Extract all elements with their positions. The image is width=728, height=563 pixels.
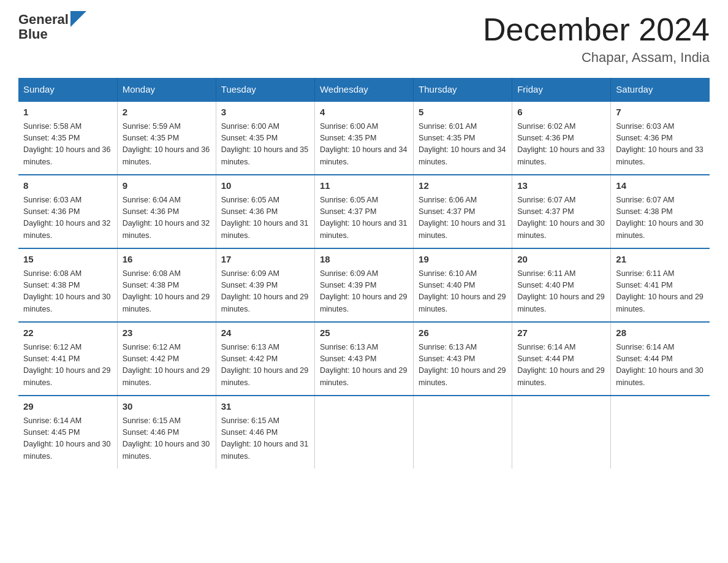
weekday-header-sunday: Sunday bbox=[18, 78, 117, 101]
day-info: Sunrise: 6:05 AMSunset: 4:36 PMDaylight:… bbox=[221, 194, 309, 242]
day-number: 14 bbox=[616, 179, 705, 193]
day-number: 25 bbox=[320, 326, 408, 340]
weekday-header-wednesday: Wednesday bbox=[314, 78, 413, 101]
day-number: 6 bbox=[517, 105, 605, 120]
day-info: Sunrise: 6:11 AMSunset: 4:40 PMDaylight:… bbox=[517, 268, 605, 316]
day-info: Sunrise: 6:09 AMSunset: 4:39 PMDaylight:… bbox=[221, 268, 309, 316]
weekday-header-saturday: Saturday bbox=[611, 78, 710, 101]
day-number: 21 bbox=[616, 253, 705, 267]
calendar-cell: 2Sunrise: 5:59 AMSunset: 4:35 PMDaylight… bbox=[117, 101, 216, 175]
day-number: 20 bbox=[517, 253, 605, 267]
day-info: Sunrise: 6:08 AMSunset: 4:38 PMDaylight:… bbox=[23, 268, 112, 316]
day-number: 15 bbox=[23, 253, 112, 267]
weekday-header-thursday: Thursday bbox=[414, 78, 512, 101]
calendar-cell: 1Sunrise: 5:58 AMSunset: 4:35 PMDaylight… bbox=[18, 101, 117, 175]
calendar-cell: 24Sunrise: 6:13 AMSunset: 4:42 PMDayligh… bbox=[216, 322, 314, 396]
location-title: Chapar, Assam, India bbox=[483, 50, 710, 66]
calendar-cell: 18Sunrise: 6:09 AMSunset: 4:39 PMDayligh… bbox=[314, 248, 413, 322]
day-number: 16 bbox=[123, 253, 211, 267]
calendar-cell: 16Sunrise: 6:08 AMSunset: 4:38 PMDayligh… bbox=[117, 248, 216, 322]
day-info: Sunrise: 6:11 AMSunset: 4:41 PMDaylight:… bbox=[616, 268, 705, 316]
calendar-cell: 21Sunrise: 6:11 AMSunset: 4:41 PMDayligh… bbox=[611, 248, 710, 322]
calendar-cell: 3Sunrise: 6:00 AMSunset: 4:35 PMDaylight… bbox=[216, 101, 314, 175]
day-info: Sunrise: 6:13 AMSunset: 4:42 PMDaylight:… bbox=[221, 342, 309, 389]
day-number: 2 bbox=[123, 105, 211, 120]
calendar-week-row: 1Sunrise: 5:58 AMSunset: 4:35 PMDaylight… bbox=[18, 101, 710, 175]
calendar-cell: 19Sunrise: 6:10 AMSunset: 4:40 PMDayligh… bbox=[414, 248, 512, 322]
calendar-cell: 9Sunrise: 6:04 AMSunset: 4:36 PMDaylight… bbox=[117, 175, 216, 248]
calendar-cell: 4Sunrise: 6:00 AMSunset: 4:35 PMDaylight… bbox=[314, 101, 413, 175]
day-info: Sunrise: 6:09 AMSunset: 4:39 PMDaylight:… bbox=[320, 268, 408, 316]
day-info: Sunrise: 6:07 AMSunset: 4:37 PMDaylight:… bbox=[517, 194, 605, 242]
day-number: 19 bbox=[419, 253, 507, 267]
day-number: 17 bbox=[221, 253, 309, 267]
calendar-cell: 7Sunrise: 6:03 AMSunset: 4:36 PMDaylight… bbox=[611, 101, 710, 175]
calendar-cell bbox=[414, 396, 512, 469]
calendar-cell: 26Sunrise: 6:13 AMSunset: 4:43 PMDayligh… bbox=[414, 322, 512, 396]
day-number: 13 bbox=[517, 179, 605, 193]
calendar-cell: 11Sunrise: 6:05 AMSunset: 4:37 PMDayligh… bbox=[314, 175, 413, 248]
day-info: Sunrise: 6:06 AMSunset: 4:37 PMDaylight:… bbox=[419, 194, 507, 242]
day-number: 8 bbox=[23, 179, 112, 193]
day-info: Sunrise: 6:04 AMSunset: 4:36 PMDaylight:… bbox=[123, 194, 211, 242]
day-info: Sunrise: 6:00 AMSunset: 4:35 PMDaylight:… bbox=[320, 121, 408, 169]
day-number: 28 bbox=[616, 326, 705, 340]
day-number: 31 bbox=[221, 400, 309, 414]
calendar-cell: 8Sunrise: 6:03 AMSunset: 4:36 PMDaylight… bbox=[18, 175, 117, 248]
day-info: Sunrise: 6:14 AMSunset: 4:45 PMDaylight:… bbox=[23, 415, 112, 463]
day-info: Sunrise: 6:02 AMSunset: 4:36 PMDaylight:… bbox=[517, 121, 605, 169]
logo-icon bbox=[70, 11, 86, 27]
page-header: General Blue December 2024 Chapar, Assam… bbox=[18, 12, 710, 66]
day-number: 29 bbox=[23, 400, 112, 414]
calendar-week-row: 8Sunrise: 6:03 AMSunset: 4:36 PMDaylight… bbox=[18, 175, 710, 248]
logo: General Blue bbox=[18, 12, 86, 42]
day-info: Sunrise: 6:07 AMSunset: 4:38 PMDaylight:… bbox=[616, 194, 705, 242]
day-info: Sunrise: 6:12 AMSunset: 4:42 PMDaylight:… bbox=[123, 342, 211, 389]
weekday-header-row: SundayMondayTuesdayWednesdayThursdayFrid… bbox=[18, 78, 710, 101]
calendar-week-row: 29Sunrise: 6:14 AMSunset: 4:45 PMDayligh… bbox=[18, 396, 710, 469]
title-block: December 2024 Chapar, Assam, India bbox=[483, 12, 710, 66]
calendar-cell bbox=[611, 396, 710, 469]
calendar-cell: 28Sunrise: 6:14 AMSunset: 4:44 PMDayligh… bbox=[611, 322, 710, 396]
day-number: 3 bbox=[221, 105, 309, 120]
logo-general: General bbox=[18, 12, 69, 27]
calendar-cell bbox=[512, 396, 611, 469]
month-title: December 2024 bbox=[483, 12, 710, 47]
calendar-cell: 20Sunrise: 6:11 AMSunset: 4:40 PMDayligh… bbox=[512, 248, 611, 322]
calendar-cell: 5Sunrise: 6:01 AMSunset: 4:35 PMDaylight… bbox=[414, 101, 512, 175]
calendar-cell: 25Sunrise: 6:13 AMSunset: 4:43 PMDayligh… bbox=[314, 322, 413, 396]
calendar-cell: 23Sunrise: 6:12 AMSunset: 4:42 PMDayligh… bbox=[117, 322, 216, 396]
day-number: 1 bbox=[23, 105, 112, 120]
calendar-cell: 30Sunrise: 6:15 AMSunset: 4:46 PMDayligh… bbox=[117, 396, 216, 469]
day-number: 23 bbox=[123, 326, 211, 340]
calendar-week-row: 15Sunrise: 6:08 AMSunset: 4:38 PMDayligh… bbox=[18, 248, 710, 322]
day-number: 30 bbox=[123, 400, 211, 414]
day-number: 27 bbox=[517, 326, 605, 340]
day-number: 24 bbox=[221, 326, 309, 340]
calendar-cell bbox=[314, 396, 413, 469]
day-info: Sunrise: 6:05 AMSunset: 4:37 PMDaylight:… bbox=[320, 194, 408, 242]
day-info: Sunrise: 5:58 AMSunset: 4:35 PMDaylight:… bbox=[23, 121, 112, 169]
weekday-header-friday: Friday bbox=[512, 78, 611, 101]
calendar-week-row: 22Sunrise: 6:12 AMSunset: 4:41 PMDayligh… bbox=[18, 322, 710, 396]
calendar-cell: 12Sunrise: 6:06 AMSunset: 4:37 PMDayligh… bbox=[414, 175, 512, 248]
calendar-cell: 17Sunrise: 6:09 AMSunset: 4:39 PMDayligh… bbox=[216, 248, 314, 322]
day-number: 4 bbox=[320, 105, 408, 120]
calendar-cell: 29Sunrise: 6:14 AMSunset: 4:45 PMDayligh… bbox=[18, 396, 117, 469]
calendar-cell: 6Sunrise: 6:02 AMSunset: 4:36 PMDaylight… bbox=[512, 101, 611, 175]
day-number: 7 bbox=[616, 105, 705, 120]
day-info: Sunrise: 6:14 AMSunset: 4:44 PMDaylight:… bbox=[616, 342, 705, 389]
day-info: Sunrise: 6:03 AMSunset: 4:36 PMDaylight:… bbox=[616, 121, 705, 169]
calendar-cell: 27Sunrise: 6:14 AMSunset: 4:44 PMDayligh… bbox=[512, 322, 611, 396]
logo-blue: Blue bbox=[18, 27, 48, 42]
calendar-cell: 13Sunrise: 6:07 AMSunset: 4:37 PMDayligh… bbox=[512, 175, 611, 248]
day-info: Sunrise: 6:00 AMSunset: 4:35 PMDaylight:… bbox=[221, 121, 309, 169]
day-info: Sunrise: 6:15 AMSunset: 4:46 PMDaylight:… bbox=[123, 415, 211, 463]
day-number: 10 bbox=[221, 179, 309, 193]
day-number: 5 bbox=[419, 105, 507, 120]
weekday-header-monday: Monday bbox=[117, 78, 216, 101]
day-info: Sunrise: 6:12 AMSunset: 4:41 PMDaylight:… bbox=[23, 342, 112, 389]
day-info: Sunrise: 6:15 AMSunset: 4:46 PMDaylight:… bbox=[221, 415, 309, 463]
day-number: 26 bbox=[419, 326, 507, 340]
svg-marker-0 bbox=[70, 11, 86, 27]
